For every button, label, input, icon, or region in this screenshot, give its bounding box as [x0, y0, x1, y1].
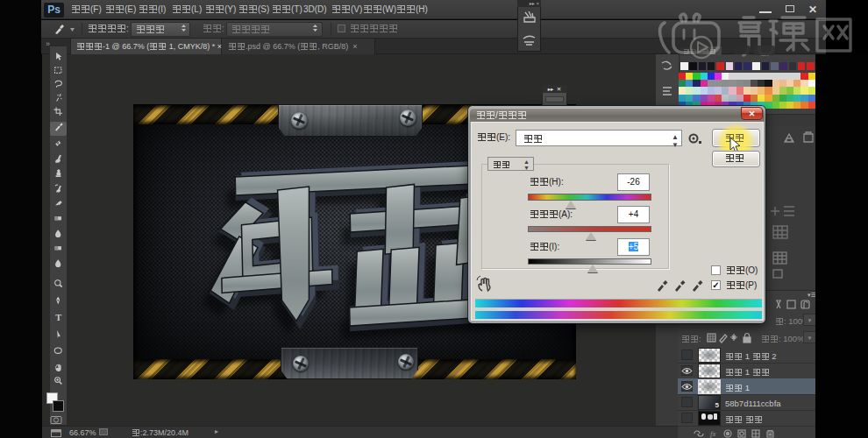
svg-text:T: T [55, 313, 61, 322]
svg-text:fx: fx [710, 429, 716, 438]
